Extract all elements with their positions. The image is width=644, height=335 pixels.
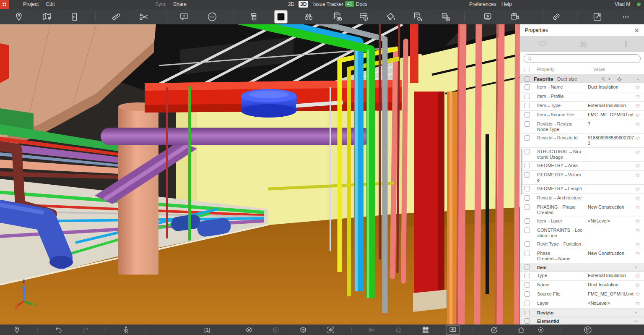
property-row[interactable]: GEOMETRY→Length	[520, 185, 644, 194]
viewpoint-counter[interactable]: [1]	[204, 327, 210, 333]
add-comment-icon[interactable]	[179, 11, 190, 22]
property-row[interactable]: STRUCTURAL→Structural Usage	[520, 148, 644, 162]
favorite-preset-dropdown[interactable]: Duct size	[557, 75, 612, 83]
row-checkbox[interactable]	[525, 273, 530, 278]
property-row[interactable]: Revizto→Architecture	[520, 194, 644, 203]
favorite-heart-icon[interactable]	[635, 94, 644, 100]
property-row[interactable]: Item→Source File FMC_ME_OPMHU.rvt	[520, 111, 644, 120]
favorite-heart-icon[interactable]	[635, 291, 644, 298]
camera-icon[interactable]	[509, 11, 520, 22]
favorite-heart-icon[interactable]	[635, 172, 644, 178]
row-checkbox[interactable]	[525, 204, 530, 210]
binoculars-filter-icon[interactable]	[578, 39, 589, 50]
location-pin-icon[interactable]	[14, 11, 24, 22]
binoculars-icon[interactable]	[304, 11, 314, 22]
map-location-icon[interactable]	[42, 11, 52, 22]
toggle-3d[interactable]: 3D	[299, 1, 308, 8]
comment-visibility-icon[interactable]	[446, 325, 460, 335]
menu-edit[interactable]: Edit	[46, 1, 55, 7]
favorite-heart-icon[interactable]	[635, 149, 644, 155]
paint-properties-icon[interactable]	[413, 11, 423, 22]
property-row[interactable]: Type External Insulation	[520, 272, 644, 281]
row-checkbox[interactable]	[525, 149, 530, 154]
favorite-heart-icon[interactable]	[635, 204, 644, 211]
section-chevron-icon[interactable]	[633, 318, 644, 324]
app-logo-icon[interactable]	[0, 0, 9, 9]
close-icon[interactable]: ✕	[634, 27, 639, 34]
link-icon[interactable]	[551, 11, 562, 22]
row-checkbox[interactable]	[525, 282, 530, 288]
list-info-icon[interactable]	[358, 11, 369, 22]
panel-scrollbar[interactable]	[521, 149, 522, 195]
favorite-heart-icon[interactable]	[635, 228, 644, 234]
favorite-heart-icon[interactable]	[635, 135, 644, 141]
row-checkbox[interactable]	[525, 228, 530, 233]
property-row[interactable]: Item→Name Duct Insulation	[520, 83, 644, 92]
property-row[interactable]: GEOMETRY→Volume	[520, 171, 644, 185]
menu-docs[interactable]: Docs	[356, 1, 367, 7]
favorite-heart-icon[interactable]	[635, 218, 644, 225]
property-row[interactable]: Item→Profile	[520, 92, 644, 102]
property-row[interactable]: Source File FMC_ME_OPMHU.rvt	[520, 290, 644, 299]
menu-help[interactable]: Help	[501, 1, 512, 7]
row-checkbox[interactable]	[525, 121, 530, 127]
properties-toggle-icon[interactable]	[584, 325, 592, 334]
favorite-heart-icon[interactable]	[635, 195, 644, 202]
video-icon[interactable]	[482, 11, 493, 22]
favorite-heart-icon[interactable]	[635, 186, 644, 192]
section-row[interactable]: ElementId	[520, 317, 644, 325]
search-box[interactable]	[524, 54, 641, 63]
property-row[interactable]: Layer <NoLevel>	[520, 299, 644, 309]
property-row[interactable]: Revizto→Revizto Id 9188069935996027073	[520, 134, 644, 148]
menu-share[interactable]: Share	[173, 1, 187, 7]
property-row[interactable]: PHASING→Phase Created New Construction	[520, 203, 644, 217]
kebab-menu-icon[interactable]	[622, 40, 630, 48]
section-row[interactable]: Revizto	[520, 309, 644, 317]
chevron-up-icon[interactable]	[635, 76, 641, 82]
menu-issue-tracker[interactable]: Issue Tracker	[313, 1, 343, 7]
gear-icon[interactable]	[616, 76, 623, 83]
more-icon[interactable]	[620, 11, 631, 22]
property-row[interactable]: Phase Created→Name New Construction	[520, 249, 644, 263]
row-checkbox[interactable]	[525, 186, 530, 191]
row-checkbox[interactable]	[525, 84, 530, 90]
properties-list-icon[interactable]	[275, 10, 288, 23]
favorite-heart-icon[interactable]	[635, 121, 644, 128]
section-checkbox[interactable]	[525, 264, 530, 270]
row-checkbox[interactable]	[525, 94, 530, 99]
add-viewpoint-icon[interactable]	[13, 326, 21, 334]
row-checkbox[interactable]	[525, 163, 530, 168]
isolate-view-icon[interactable]	[327, 325, 335, 334]
favorite-heart-icon[interactable]	[635, 301, 644, 307]
row-checkbox[interactable]	[525, 135, 530, 141]
scissors-icon[interactable]	[139, 11, 149, 22]
favorite-checkbox[interactable]	[525, 76, 530, 82]
export-view-icon[interactable]	[592, 11, 603, 22]
toggle-2d[interactable]: 2D	[288, 1, 294, 7]
menu-project[interactable]: Project	[23, 1, 39, 7]
favorite-heart-icon[interactable]	[635, 163, 644, 169]
row-checkbox[interactable]	[525, 103, 530, 108]
property-row[interactable]: Revizto→Revizto Node Type 7	[520, 120, 644, 134]
row-checkbox[interactable]	[525, 218, 530, 224]
walk-mode-icon[interactable]	[122, 326, 130, 334]
property-row[interactable]: Name Duct Insulation	[520, 281, 644, 290]
favorite-heart-icon[interactable]	[635, 103, 644, 109]
favorite-heart-icon[interactable]	[635, 282, 644, 288]
property-row[interactable]: Item→Type External Insulation	[520, 102, 644, 111]
search-input[interactable]	[534, 56, 637, 61]
property-row[interactable]: GEOMETRY→Area	[520, 162, 644, 171]
grid-icon[interactable]	[421, 325, 430, 334]
favorite-heart-icon[interactable]	[635, 112, 644, 118]
menu-preferences[interactable]: Preferences	[469, 1, 496, 7]
row-checkbox[interactable]	[525, 112, 530, 118]
viewport-3d[interactable]: Z X Y	[0, 24, 520, 325]
paint-bucket-icon[interactable]	[385, 11, 396, 22]
favorite-heart-icon[interactable]	[635, 273, 644, 279]
section-chevron-icon[interactable]	[633, 264, 644, 270]
door-icon[interactable]	[70, 11, 80, 22]
cube-icon[interactable]	[299, 326, 307, 334]
property-row[interactable]: Revit Type→Function	[520, 240, 644, 249]
appearance-templates-icon[interactable]: A	[440, 11, 451, 22]
section-checkbox[interactable]	[525, 310, 530, 315]
